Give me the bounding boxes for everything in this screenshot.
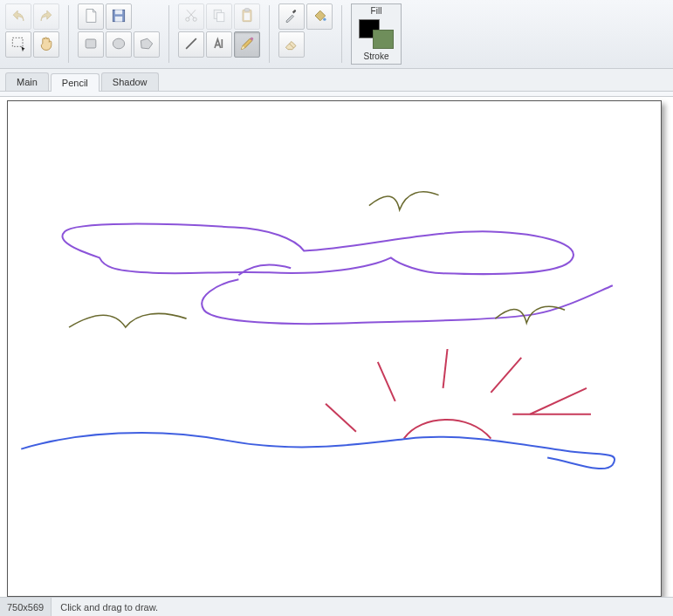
- undo-icon: [10, 7, 27, 26]
- redo-button[interactable]: [33, 3, 59, 30]
- redo-icon: [38, 7, 55, 26]
- eyedropper-icon: [283, 7, 300, 26]
- polygon-icon: [138, 35, 155, 54]
- svg-point-7: [193, 17, 196, 21]
- svg-point-5: [113, 38, 124, 49]
- svg-rect-11: [245, 9, 250, 11]
- drawing-svg: [8, 101, 661, 596]
- marquee-select-button[interactable]: [5, 31, 31, 58]
- stroke-color-swatch[interactable]: [373, 30, 394, 49]
- svg-line-16: [378, 362, 395, 401]
- file-icon: [82, 7, 100, 26]
- svg-rect-9: [217, 13, 224, 22]
- line-icon: [182, 35, 200, 54]
- tab-label: Main: [17, 77, 38, 87]
- svg-line-15: [326, 404, 356, 432]
- copy-button[interactable]: [206, 3, 232, 30]
- stroke-label: Stroke: [364, 51, 389, 62]
- bucket-fill-button[interactable]: [306, 3, 333, 30]
- scissors-icon: [182, 7, 200, 26]
- option-tabs: Main Pencil Shadow: [0, 69, 673, 92]
- save-button[interactable]: [106, 3, 132, 30]
- color-swatches[interactable]: [357, 17, 395, 51]
- eyedropper-button[interactable]: [278, 3, 305, 30]
- svg-rect-2: [115, 10, 122, 14]
- hand-pan-button[interactable]: [33, 31, 59, 58]
- marquee-icon: [10, 35, 27, 54]
- tab-pencil[interactable]: Pencil: [51, 73, 100, 92]
- ellipse-icon: [110, 35, 127, 54]
- svg-point-14: [323, 18, 326, 21]
- eraser-icon: [283, 35, 300, 54]
- svg-line-18: [491, 358, 521, 393]
- polygon-tool-button[interactable]: [134, 31, 160, 58]
- fill-label: Fill: [371, 6, 382, 17]
- text-tool-button[interactable]: [206, 31, 232, 58]
- text-icon: [210, 35, 228, 54]
- svg-line-17: [443, 349, 448, 388]
- rectangle-tool-button[interactable]: [78, 31, 104, 58]
- svg-line-13: [186, 38, 196, 49]
- color-swatch-panel: Fill Stroke: [351, 3, 402, 65]
- status-hint: Click and drag to draw.: [52, 598, 673, 616]
- eraser-button[interactable]: [278, 31, 305, 58]
- undo-button[interactable]: [5, 3, 31, 30]
- tab-main[interactable]: Main: [5, 72, 49, 91]
- svg-rect-12: [244, 13, 251, 20]
- canvas-area: [0, 97, 673, 597]
- status-bar: 750x569 Click and drag to draw.: [0, 597, 673, 616]
- line-tool-button[interactable]: [178, 31, 204, 58]
- svg-point-6: [186, 17, 189, 21]
- clipboard-icon: [238, 7, 256, 26]
- pencil-tool-button[interactable]: [234, 31, 260, 58]
- tab-label: Pencil: [62, 78, 88, 88]
- drawing-canvas[interactable]: [7, 100, 662, 597]
- pencil-icon: [238, 35, 256, 54]
- toolbar: Fill Stroke: [0, 0, 673, 69]
- tab-shadow[interactable]: Shadow: [101, 72, 159, 91]
- rectangle-icon: [82, 35, 100, 54]
- paint-bucket-icon: [311, 7, 328, 26]
- tab-label: Shadow: [113, 77, 148, 87]
- svg-rect-0: [12, 38, 23, 46]
- hand-icon: [38, 35, 55, 54]
- svg-rect-4: [86, 39, 96, 48]
- canvas-dimensions: 750x569: [0, 598, 52, 616]
- ellipse-tool-button[interactable]: [106, 31, 132, 58]
- paste-button[interactable]: [234, 3, 260, 30]
- cut-button[interactable]: [178, 3, 204, 30]
- svg-line-19: [530, 388, 587, 414]
- svg-rect-3: [115, 17, 122, 22]
- new-file-button[interactable]: [78, 3, 104, 30]
- save-icon: [110, 7, 127, 26]
- copy-icon: [210, 7, 228, 26]
